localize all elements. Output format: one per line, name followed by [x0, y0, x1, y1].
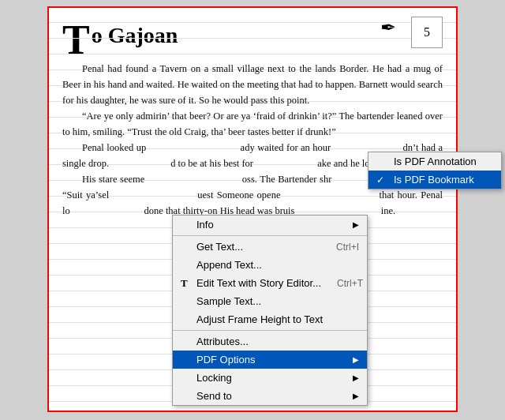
submenu-item-is-pdf-bookmark[interactable]: ✓ Is PDF Bookmark	[368, 171, 501, 189]
menu-item-edit-text-shortcut: Ctrl+T	[337, 278, 363, 289]
menu-item-sample-text[interactable]: Sample Text...	[173, 292, 367, 310]
menu-item-send-to-arrow: ▶	[353, 392, 359, 400]
menu-item-info-arrow: ▶	[353, 220, 359, 229]
is-pdf-annotation-label: Is PDF Annotation	[394, 156, 477, 167]
stamp-icon: ✒	[380, 17, 396, 38]
is-pdf-bookmark-label: Is PDF Bookmark	[394, 174, 474, 186]
page-number: 5	[424, 25, 430, 39]
is-pdf-annotation-checkmark	[376, 156, 389, 167]
menu-item-get-text-label: Get Text...	[196, 241, 243, 253]
paragraph-1: Penal had found a Tavern on a small vill…	[62, 61, 443, 108]
context-menu[interactable]: Info ▶ Get Text... Ctrl+I Append Text...…	[172, 215, 368, 406]
menu-item-append-text-label: Append Text...	[196, 259, 262, 271]
menu-item-get-text-shortcut: Ctrl+I	[336, 242, 359, 253]
paragraph-2: “Are ye only admirin’ that beer? Or are …	[62, 108, 443, 140]
menu-item-edit-text[interactable]: T Edit Text with Story Editor... Ctrl+T	[173, 274, 367, 292]
body-text: Penal had found a Tavern on a small vill…	[62, 61, 443, 219]
stamp-area: ✒	[380, 17, 408, 44]
menu-item-get-text[interactable]: Get Text... Ctrl+I	[173, 238, 367, 256]
menu-item-locking-arrow: ▶	[353, 373, 359, 382]
drop-cap: T	[62, 23, 90, 58]
menu-item-send-to[interactable]: Send to ▶	[173, 387, 367, 405]
menu-item-info-label: Info	[196, 219, 214, 231]
menu-item-pdf-options-arrow: ▶	[353, 355, 359, 364]
menu-item-edit-text-label: Edit Text with Story Editor...	[196, 277, 321, 289]
menu-item-pdf-options[interactable]: PDF Options ▶	[173, 351, 367, 369]
menu-item-adjust-frame[interactable]: Adjust Frame Height to Text	[173, 310, 367, 328]
menu-item-attributes[interactable]: Attributes...	[173, 332, 367, 351]
menu-item-locking-label: Locking	[196, 372, 232, 384]
menu-item-append-text[interactable]: Append Text...	[173, 256, 367, 274]
is-pdf-bookmark-checkmark: ✓	[376, 174, 389, 186]
menu-item-send-to-label: Send to	[196, 390, 232, 402]
menu-item-locking[interactable]: Locking ▶	[173, 369, 367, 387]
pdf-options-submenu[interactable]: Is PDF Annotation ✓ Is PDF Bookmark	[368, 152, 502, 189]
menu-item-adjust-frame-label: Adjust Frame Height to Text	[196, 313, 323, 325]
menu-item-sample-text-label: Sample Text...	[196, 295, 261, 307]
menu-item-pdf-options-label: PDF Options	[196, 354, 255, 366]
menu-separator-2	[173, 330, 367, 331]
menu-item-attributes-label: Attributes...	[196, 336, 249, 347]
menu-item-info[interactable]: Info ▶	[173, 216, 367, 234]
chapter-title: o Gajoan	[92, 23, 178, 48]
text-icon: T	[181, 277, 188, 290]
menu-separator-1	[173, 235, 367, 236]
page-number-box: 5	[411, 17, 443, 48]
submenu-item-is-pdf-annotation[interactable]: Is PDF Annotation	[368, 152, 501, 171]
